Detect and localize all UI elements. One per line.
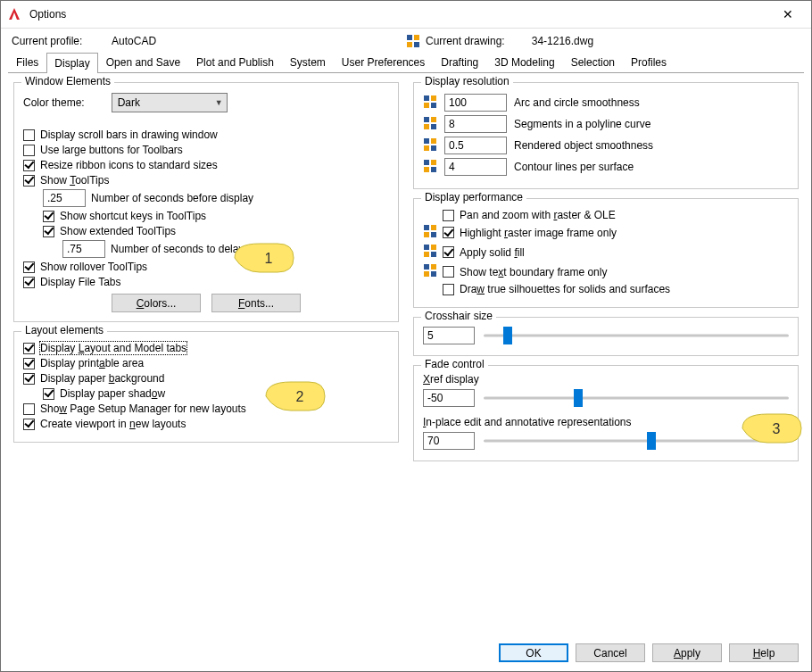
- tab-drafting[interactable]: Drafting: [433, 52, 486, 72]
- tab-strip: FilesDisplayOpen and SavePlot and Publis…: [8, 52, 804, 73]
- svg-rect-20: [424, 167, 429, 172]
- tab-profiles[interactable]: Profiles: [623, 52, 675, 72]
- svg-rect-3: [414, 42, 419, 47]
- input-xref-fade[interactable]: [423, 389, 475, 407]
- group-legend: Fade control: [421, 358, 488, 370]
- lbl-create-viewport: Create viewport in new layouts: [40, 418, 186, 430]
- tab-open-and-save[interactable]: Open and Save: [98, 52, 188, 72]
- input-inplace-fade[interactable]: [423, 432, 475, 450]
- tab-plot-and-publish[interactable]: Plot and Publish: [188, 52, 282, 72]
- fonts-button[interactable]: Fonts...: [211, 294, 301, 312]
- svg-rect-33: [431, 271, 436, 277]
- tab-selection[interactable]: Selection: [563, 52, 623, 72]
- chk-show-tooltips[interactable]: [23, 175, 35, 187]
- lbl-arc-smoothness: Arc and circle smoothness: [514, 96, 789, 109]
- current-profile-label: Current profile:: [12, 35, 82, 47]
- input-secs-delay[interactable]: [62, 240, 105, 258]
- tab-system[interactable]: System: [282, 52, 334, 72]
- lbl-scroll-bars: Display scroll bars in drawing window: [40, 129, 218, 141]
- close-button[interactable]: ✕: [770, 1, 806, 28]
- lbl-solid-fill: Apply solid fill: [460, 246, 525, 259]
- cancel-button[interactable]: Cancel: [576, 643, 645, 662]
- lbl-file-tabs: Display File Tabs: [40, 276, 120, 288]
- chk-printable-area[interactable]: [23, 358, 35, 369]
- group-legend: Window Elements: [21, 75, 114, 87]
- svg-rect-28: [424, 252, 429, 257]
- chk-text-boundary[interactable]: [443, 266, 454, 278]
- window-title: Options: [29, 8, 770, 21]
- group-crosshair-size: Crosshair size: [413, 317, 799, 356]
- tab-files[interactable]: Files: [8, 52, 46, 72]
- chk-large-buttons[interactable]: [23, 145, 35, 156]
- slider-crosshair-size[interactable]: [484, 325, 789, 346]
- group-display-resolution: Display resolution Arc and circle smooth…: [413, 82, 799, 189]
- options-dialog: Options ✕ Current profile: AutoCAD Curre…: [0, 0, 812, 672]
- chk-scroll-bars[interactable]: [23, 129, 35, 141]
- input-arc-smoothness[interactable]: [444, 94, 507, 112]
- svg-rect-22: [424, 225, 429, 230]
- chk-shortcut-keys[interactable]: [43, 211, 54, 222]
- help-button[interactable]: Help: [729, 643, 799, 662]
- svg-rect-18: [424, 160, 429, 165]
- chk-paper-shadow[interactable]: [43, 388, 54, 400]
- lbl-polyline-segments: Segments in a polyline curve: [514, 118, 789, 130]
- chk-resize-ribbon[interactable]: [23, 160, 35, 171]
- lbl-page-setup-mgr: Show Page Setup Manager for new layouts: [40, 402, 246, 415]
- current-drawing-value: 34-1216.dwg: [532, 35, 593, 47]
- svg-rect-1: [414, 35, 419, 40]
- group-display-performance: Display performance Pan and zoom with ra…: [413, 198, 799, 308]
- lbl-true-silhouettes: Draw true silhouettes for solids and sur…: [460, 283, 670, 295]
- chk-file-tabs[interactable]: [23, 277, 35, 288]
- lbl-secs-delay: Number of seconds to delay: [111, 243, 244, 255]
- ok-button[interactable]: OK: [499, 643, 568, 662]
- svg-rect-11: [431, 117, 436, 122]
- svg-rect-23: [431, 225, 436, 230]
- svg-rect-6: [424, 95, 429, 101]
- color-theme-dropdown[interactable]: Dark ▼: [112, 93, 228, 112]
- lbl-shortcut-keys: Show shortcut keys in ToolTips: [60, 210, 206, 222]
- tab-display[interactable]: Display: [46, 53, 97, 73]
- tab-3d-modeling[interactable]: 3D Modeling: [486, 52, 562, 72]
- drawing-file-icon: [423, 263, 437, 280]
- chk-extended-tooltips[interactable]: [43, 226, 54, 237]
- drawing-file-icon: [423, 137, 437, 154]
- drawing-file-icon: [406, 34, 420, 48]
- chk-pan-zoom-raster[interactable]: [443, 210, 454, 221]
- tab-user-preferences[interactable]: User Preferences: [334, 52, 433, 72]
- svg-rect-30: [424, 264, 429, 270]
- input-secs-before[interactable]: [43, 189, 86, 207]
- chk-true-silhouettes[interactable]: [443, 284, 454, 295]
- group-legend: Layout elements: [21, 324, 107, 336]
- input-contour-lines[interactable]: [444, 158, 507, 176]
- current-profile-value: AutoCAD: [112, 35, 156, 47]
- svg-rect-16: [424, 145, 429, 151]
- group-fade-control: Fade control Xref display In-place edit …: [413, 365, 799, 461]
- right-column: Display resolution Arc and circle smooth…: [413, 82, 799, 627]
- colors-button[interactable]: Colors...: [112, 294, 201, 312]
- dialog-footer: OK Cancel Apply Help: [1, 635, 811, 671]
- svg-rect-21: [431, 167, 436, 172]
- lbl-extended-tooltips: Show extended ToolTips: [60, 225, 176, 237]
- chk-create-viewport[interactable]: [23, 419, 35, 430]
- chk-solid-fill[interactable]: [443, 246, 454, 258]
- slider-inplace-fade[interactable]: [484, 430, 789, 452]
- svg-rect-25: [431, 232, 436, 237]
- input-crosshair-size[interactable]: [423, 327, 475, 344]
- chk-layout-model-tabs[interactable]: [23, 343, 35, 354]
- lbl-pan-zoom-raster: Pan and zoom with raster & OLE: [460, 209, 616, 221]
- chk-page-setup-mgr[interactable]: [23, 403, 35, 415]
- chk-rollover-tooltips[interactable]: [23, 261, 35, 273]
- drawing-file-icon: [423, 244, 437, 261]
- chk-paper-background[interactable]: [23, 373, 35, 385]
- slider-xref-fade[interactable]: [484, 387, 789, 409]
- drawing-file-icon: [423, 224, 437, 241]
- input-polyline-segments[interactable]: [444, 115, 507, 133]
- lbl-highlight-raster: Highlight raster image frame only: [460, 227, 617, 239]
- svg-rect-13: [431, 124, 436, 129]
- input-object-smoothness[interactable]: [444, 137, 507, 154]
- apply-button[interactable]: Apply: [652, 643, 722, 662]
- lbl-paper-shadow: Display paper shadow: [60, 387, 165, 400]
- chk-highlight-raster[interactable]: [443, 227, 454, 238]
- svg-rect-24: [424, 232, 429, 237]
- svg-rect-10: [424, 117, 429, 122]
